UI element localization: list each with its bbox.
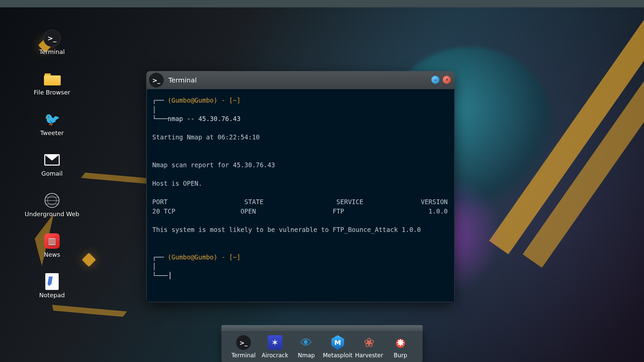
prompt-user: (Gumbo@Gumbo) - [~] — [168, 97, 240, 104]
terminal-body[interactable]: ┌── (Gumbo@Gumbo) - [~] │ └───nmap -- 45… — [146, 89, 455, 302]
dock-item-airocrack[interactable]: ✶ Airocrack — [260, 335, 290, 359]
dock-item-burp[interactable]: ✸ Burp — [386, 335, 415, 359]
dock-item-nmap[interactable]: 👁 Nmap — [291, 335, 321, 359]
desktop-icon-tweeter[interactable]: 🐦 Tweeter — [23, 111, 80, 136]
eye-icon: 👁 — [299, 335, 314, 350]
desktop-icon-label: Underground Web — [25, 210, 79, 218]
dock-item-label: Nmap — [298, 352, 315, 359]
bird-icon: 🐦 — [44, 111, 60, 127]
desktop-icon-news[interactable]: ▥ News — [23, 233, 80, 258]
desktop-icon-label: Notepad — [39, 292, 65, 299]
top-menubar[interactable] — [0, 0, 644, 7]
terminal-window[interactable]: Terminal ┌── (Gumbo@Gumbo) - [~] │ └───n… — [146, 71, 455, 302]
command-line: nmap -- 45.30.76.43 — [168, 115, 240, 122]
output-line: PORT STATE SERVICE VERSION — [152, 198, 448, 205]
folder-icon — [44, 72, 60, 85]
prompt-user: (Gumbo@Gumbo) - [~] — [168, 253, 240, 261]
dock-item-harvester[interactable]: ❀ Harvester — [354, 335, 384, 359]
desktop-icons: Terminal File Browser 🐦 Tweeter Gomail U… — [23, 30, 80, 299]
desktop-icon-label: Tweeter — [40, 129, 64, 136]
terminal-icon — [149, 73, 164, 87]
dock-item-label: Metasploit — [323, 352, 353, 359]
desktop-icon-label: News — [44, 251, 60, 258]
dock: Terminal ✶ Airocrack 👁 Nmap Metasploit ❀… — [221, 325, 423, 362]
titlebar[interactable]: Terminal — [146, 71, 455, 89]
desktop-icon-label: File Browser — [34, 89, 70, 96]
desktop-icon-underground-web[interactable]: Underground Web — [23, 192, 80, 218]
harvester-icon: ❀ — [362, 335, 376, 350]
wallpaper-shape — [489, 0, 644, 254]
output-line: This system is most likely to be vulnera… — [152, 226, 421, 233]
desktop-icon-notepad[interactable]: Notepad — [23, 274, 80, 299]
terminal-icon — [44, 30, 60, 46]
news-icon: ▥ — [44, 233, 60, 249]
desktop-icon-gomail[interactable]: Gomail — [23, 152, 80, 177]
dock-item-label: Terminal — [231, 352, 256, 359]
dock-handle[interactable] — [221, 325, 423, 330]
wallpaper-shape — [82, 253, 96, 267]
output-line: Host is OPEN. — [152, 180, 202, 187]
cursor — [170, 272, 170, 279]
globe-icon — [45, 193, 59, 208]
dock-item-label: Airocrack — [262, 352, 288, 359]
airocrack-icon: ✶ — [268, 335, 282, 350]
mail-icon — [44, 154, 60, 166]
close-button[interactable] — [443, 76, 451, 84]
minimize-button[interactable] — [431, 76, 439, 84]
terminal-icon — [236, 335, 251, 350]
dock-item-metasploit[interactable]: Metasploit — [323, 335, 353, 359]
desktop-icon-label: Gomail — [41, 170, 63, 177]
dock-item-terminal[interactable]: Terminal — [229, 335, 258, 359]
burp-icon: ✸ — [393, 335, 408, 350]
output-line: Starting Nmap at 06:22:54:10 — [152, 133, 260, 141]
window-title: Terminal — [168, 76, 197, 84]
notepad-icon — [45, 273, 59, 290]
output-line: 20 TCP OPEN FTP 1.0.0 — [152, 207, 448, 215]
dock-item-label: Burp — [394, 352, 407, 359]
dock-item-label: Harvester — [355, 352, 383, 359]
shield-icon — [330, 335, 345, 350]
wallpaper-shape — [523, 7, 644, 267]
desktop-icon-terminal[interactable]: Terminal — [23, 30, 80, 55]
desktop-icon-file-browser[interactable]: File Browser — [23, 71, 80, 96]
desktop-icon-label: Terminal — [39, 48, 65, 55]
output-line: Nmap scan report for 45.30.76.43 — [152, 161, 275, 169]
